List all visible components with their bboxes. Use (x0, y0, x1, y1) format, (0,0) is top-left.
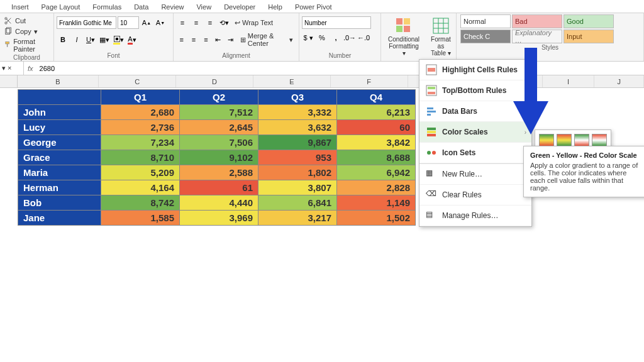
cell[interactable]: 2,645 (180, 120, 258, 135)
row-name[interactable]: Maria (18, 165, 101, 180)
cell[interactable]: 4,164 (101, 180, 180, 195)
style-check-cell[interactable]: Check C (460, 30, 511, 43)
cell[interactable]: 3,969 (180, 211, 258, 226)
tab-view[interactable]: View (190, 1, 218, 13)
cell[interactable]: 61 (180, 180, 258, 195)
menu-manage-rules[interactable]: ▤Manage Rules… (419, 206, 531, 226)
cell[interactable]: 7,234 (101, 135, 180, 150)
row-name[interactable]: Jane (18, 211, 101, 226)
tab-page-layout[interactable]: Page Layout (35, 1, 87, 13)
font-size-select[interactable] (118, 16, 139, 29)
tab-power-pivot[interactable]: Power Pivot (289, 1, 338, 13)
number-format-select[interactable] (302, 16, 371, 29)
cell[interactable]: 1,585 (101, 211, 180, 226)
cell[interactable]: 60 (337, 120, 416, 135)
cut-button[interactable]: Cut (3, 16, 51, 26)
currency-button[interactable]: $ ▾ (302, 31, 314, 44)
header-q3[interactable]: Q3 (258, 90, 337, 105)
row-name[interactable]: George (18, 135, 101, 150)
cell[interactable]: 2,736 (101, 120, 180, 135)
menu-clear-rules[interactable]: ⌫Clear Rules› (419, 185, 531, 206)
bold-button[interactable]: B (57, 33, 69, 46)
increase-decimal-button[interactable]: .0→ (343, 31, 356, 44)
shrink-font-button[interactable]: A▼ (154, 16, 167, 29)
align-center-button[interactable]: ≡ (188, 33, 199, 46)
cell[interactable]: 8,710 (101, 150, 180, 165)
cell[interactable]: 2,680 (101, 105, 180, 120)
cell[interactable]: 9,102 (180, 150, 258, 165)
cell[interactable]: 6,942 (337, 165, 416, 180)
percent-button[interactable]: % (316, 31, 328, 44)
col-f[interactable]: F (331, 75, 408, 87)
align-middle-button[interactable]: ≡ (190, 16, 203, 29)
grow-font-button[interactable]: A▲ (140, 16, 153, 29)
style-explanatory[interactable]: Explanatory … (512, 30, 562, 43)
tab-help[interactable]: Help (262, 1, 289, 13)
tab-developer[interactable]: Developer (218, 1, 262, 13)
header-q1[interactable]: Q1 (101, 90, 180, 105)
merge-center-button[interactable]: ⊞Merge & Center ▾ (237, 33, 296, 46)
cell[interactable]: 6,213 (337, 105, 416, 120)
row-name[interactable]: Herman (18, 180, 101, 195)
header-blank[interactable] (18, 90, 101, 105)
increase-indent-button[interactable]: ⇥ (225, 33, 235, 46)
font-name-select[interactable] (57, 16, 116, 29)
wrap-text-button[interactable]: ↩Wrap Text (231, 16, 276, 29)
cell[interactable]: 7,512 (180, 105, 258, 120)
cell[interactable]: 953 (258, 150, 337, 165)
header-q2[interactable]: Q2 (180, 90, 258, 105)
row-name[interactable]: Grace (18, 150, 101, 165)
tab-data[interactable]: Data (128, 1, 155, 13)
colorscale-swatch-rwg[interactable] (592, 134, 607, 146)
cell[interactable]: 2,828 (337, 180, 416, 195)
cell[interactable]: 3,332 (258, 105, 337, 120)
cell[interactable]: 1,502 (337, 211, 416, 226)
align-top-button[interactable]: ≡ (176, 16, 189, 29)
font-color-button[interactable]: A ▾ (126, 33, 138, 46)
cell[interactable]: 9,867 (258, 135, 337, 150)
tab-formulas[interactable]: Formulas (86, 1, 128, 13)
col-c[interactable]: C (99, 75, 176, 87)
col-j[interactable]: J (594, 75, 644, 87)
cell[interactable]: 2,588 (180, 165, 258, 180)
style-normal[interactable]: Normal (460, 14, 511, 28)
cell[interactable]: 4,440 (180, 195, 258, 211)
formula-input[interactable] (37, 65, 644, 72)
name-box[interactable]: ▾ × (0, 62, 24, 75)
select-all-corner[interactable] (0, 75, 18, 87)
format-painter-button[interactable]: Format Painter (3, 37, 51, 53)
cell[interactable]: 1,802 (258, 165, 337, 180)
cell[interactable]: 6,841 (258, 195, 337, 211)
borders-button[interactable]: ▦ ▾ (98, 33, 111, 46)
cell[interactable]: 1,149 (337, 195, 416, 211)
align-left-button[interactable]: ≡ (176, 33, 187, 46)
style-bad[interactable]: Bad (512, 14, 562, 28)
conditional-formatting-button[interactable]: Conditional Formatting ▾ (384, 14, 424, 60)
align-right-button[interactable]: ≡ (201, 33, 211, 46)
col-e[interactable]: E (253, 75, 331, 87)
cell[interactable]: 8,688 (337, 150, 416, 165)
style-input[interactable]: Input (564, 30, 614, 43)
col-b[interactable]: B (18, 75, 99, 87)
menu-icon-sets[interactable]: Icon Sets› (419, 143, 531, 163)
row-name[interactable]: John (18, 105, 101, 120)
style-good[interactable]: Good (564, 14, 614, 28)
align-bottom-button[interactable]: ≡ (204, 16, 216, 29)
cell[interactable]: 3,217 (258, 211, 337, 226)
menu-new-rule[interactable]: ▦New Rule… (419, 163, 531, 185)
cell[interactable]: 7,506 (180, 135, 258, 150)
col-i[interactable]: I (543, 75, 595, 87)
header-q4[interactable]: Q4 (337, 90, 416, 105)
comma-button[interactable]: , (330, 31, 342, 44)
cell[interactable]: 8,742 (101, 195, 180, 211)
colorscale-swatch-ryg[interactable] (557, 134, 572, 146)
cell[interactable]: 5,209 (101, 165, 180, 180)
decrease-indent-button[interactable]: ⇤ (213, 33, 223, 46)
fx-label[interactable]: fx (24, 65, 37, 72)
tab-insert[interactable]: Insert (5, 1, 35, 13)
colorscale-swatch-gwr[interactable] (574, 134, 589, 146)
row-name[interactable]: Bob (18, 195, 101, 211)
cell[interactable]: 3,842 (337, 135, 416, 150)
copy-button[interactable]: Copy ▾ (3, 26, 51, 36)
cell[interactable]: 3,807 (258, 180, 337, 195)
